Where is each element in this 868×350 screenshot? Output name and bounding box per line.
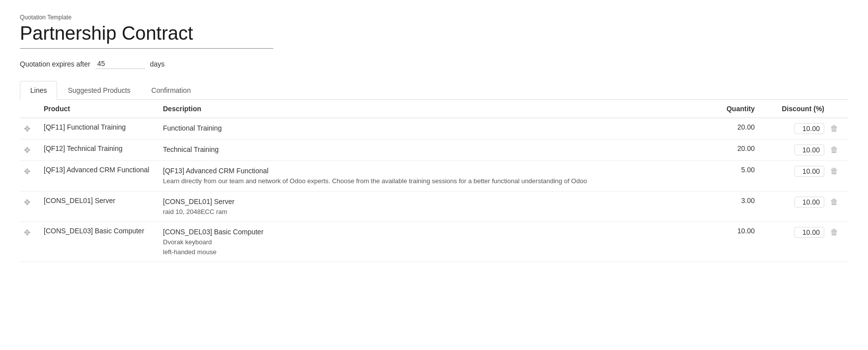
expiry-unit: days bbox=[150, 60, 165, 68]
product-discount: 10.00 bbox=[755, 144, 824, 155]
table-row: ✥ [CONS_DEL03] Basic Computer [CONS_DEL0… bbox=[20, 222, 848, 262]
tab-confirmation[interactable]: Confirmation bbox=[141, 81, 201, 100]
discount-field[interactable]: 10.00 bbox=[794, 144, 824, 155]
product-description: Technical Training bbox=[163, 144, 695, 155]
product-discount: 10.00 bbox=[755, 197, 824, 208]
discount-field[interactable]: 10.00 bbox=[794, 227, 824, 238]
product-quantity: 5.00 bbox=[695, 166, 755, 174]
delete-cell: 🗑 bbox=[824, 197, 844, 207]
discount-field[interactable]: 10.00 bbox=[794, 197, 824, 208]
delete-button[interactable]: 🗑 bbox=[828, 167, 840, 176]
delete-cell: 🗑 bbox=[824, 166, 844, 176]
page-container: Quotation Template Partnership Contract … bbox=[0, 0, 868, 276]
product-discount: 10.00 bbox=[755, 166, 824, 177]
product-quantity: 3.00 bbox=[695, 197, 755, 205]
delete-cell: 🗑 bbox=[824, 227, 844, 237]
product-name: [QF12] Technical Training bbox=[44, 144, 163, 152]
product-quantity: 20.00 bbox=[695, 123, 755, 131]
tabs-container: Lines Suggested Products Confirmation bbox=[20, 81, 848, 100]
page-title: Partnership Contract bbox=[20, 23, 848, 44]
delete-button[interactable]: 🗑 bbox=[828, 145, 840, 154]
expiry-row: Quotation expires after days bbox=[20, 59, 848, 69]
table-row: ✥ [CONS_DEL01] Server [CONS_DEL01] Serve… bbox=[20, 192, 848, 222]
product-discount: 10.00 bbox=[755, 227, 824, 238]
drag-handle[interactable]: ✥ bbox=[24, 144, 44, 155]
drag-handle[interactable]: ✥ bbox=[24, 197, 44, 207]
table-row: ✥ [QF12] Technical Training Technical Tr… bbox=[20, 140, 848, 161]
drag-handle[interactable]: ✥ bbox=[24, 166, 44, 176]
header-delete bbox=[824, 105, 844, 113]
product-name: [CONS_DEL03] Basic Computer bbox=[44, 227, 163, 235]
delete-button[interactable]: 🗑 bbox=[828, 124, 840, 133]
table-row: ✥ [QF13] Advanced CRM Functional [QF13] … bbox=[20, 161, 848, 192]
delete-cell: 🗑 bbox=[824, 144, 844, 154]
header-description: Description bbox=[163, 105, 695, 113]
product-discount: 10.00 bbox=[755, 123, 824, 134]
drag-handle[interactable]: ✥ bbox=[24, 227, 44, 237]
product-quantity: 10.00 bbox=[695, 227, 755, 235]
delete-button[interactable]: 🗑 bbox=[828, 228, 840, 237]
header-drag bbox=[24, 105, 44, 113]
header-product: Product bbox=[44, 105, 163, 113]
expiry-label: Quotation expires after bbox=[20, 60, 90, 68]
table-row: ✥ [QF11] Functional Training Functional … bbox=[20, 118, 848, 140]
expiry-input[interactable] bbox=[95, 59, 145, 69]
header-quantity: Quantity bbox=[695, 105, 755, 113]
product-description: Functional Training bbox=[163, 123, 695, 134]
table-header: Product Description Quantity Discount (%… bbox=[20, 100, 848, 118]
discount-field[interactable]: 10.00 bbox=[794, 123, 824, 134]
product-description: [QF13] Advanced CRM Functional Learn dir… bbox=[163, 166, 695, 186]
lines-table: Product Description Quantity Discount (%… bbox=[20, 100, 848, 262]
product-quantity: 20.00 bbox=[695, 144, 755, 152]
header-discount: Discount (%) bbox=[755, 105, 824, 113]
tab-lines[interactable]: Lines bbox=[20, 81, 57, 100]
drag-handle[interactable]: ✥ bbox=[24, 123, 44, 134]
product-description: [CONS_DEL01] Server raid 10, 2048ECC ram bbox=[163, 197, 695, 217]
subtitle: Quotation Template bbox=[20, 14, 848, 21]
delete-cell: 🗑 bbox=[824, 123, 844, 133]
tab-suggested-products[interactable]: Suggested Products bbox=[57, 81, 141, 100]
delete-button[interactable]: 🗑 bbox=[828, 198, 840, 207]
product-name: [CONS_DEL01] Server bbox=[44, 197, 163, 205]
product-description: [CONS_DEL03] Basic Computer Dvorak keybo… bbox=[163, 227, 695, 257]
discount-field[interactable]: 10.00 bbox=[794, 166, 824, 177]
product-name: [QF11] Functional Training bbox=[44, 123, 163, 131]
product-name: [QF13] Advanced CRM Functional bbox=[44, 166, 163, 174]
title-divider bbox=[20, 48, 273, 49]
